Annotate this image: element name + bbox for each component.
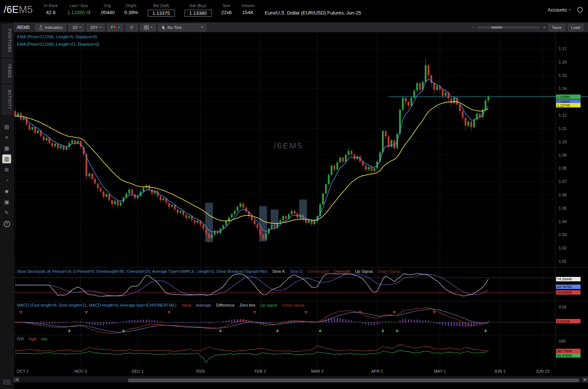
svg-text:1.10: 1.10 bbox=[559, 140, 566, 144]
products-icon[interactable]: ▣ bbox=[2, 197, 11, 206]
axis-plate: 1.12745 bbox=[556, 103, 581, 107]
symbol-title: /6EM5 bbox=[4, 2, 33, 17]
sidebar-tab-positions[interactable]: POSITIONS bbox=[2, 24, 12, 57]
stochastic-canvas[interactable]: 74.2544842.7975620.00000 bbox=[14, 268, 588, 301]
zoom-slider[interactable] bbox=[477, 26, 540, 29]
apps-icon[interactable]: ⊞ bbox=[2, 165, 11, 174]
ask-button[interactable]: 1.13380 bbox=[185, 10, 212, 17]
price-chart-canvas[interactable]: /6EM51.171.161.151.141.131.121.111.101.0… bbox=[14, 33, 588, 267]
calendar-icon[interactable]: ▦ bbox=[2, 144, 11, 153]
grid-layer bbox=[15, 268, 555, 301]
ivr-panel: 10058.7760856.97608 IVR high low bbox=[14, 335, 588, 367]
grid-layer bbox=[15, 301, 555, 335]
down-signal-arrow bbox=[305, 311, 308, 314]
scrollbar-thumb[interactable] bbox=[128, 379, 579, 382]
ask-field: Ask (Buy) 1.13380 bbox=[185, 2, 212, 17]
zoom-slider-handle[interactable] bbox=[491, 26, 502, 29]
chg-field: Chg .00440 bbox=[100, 2, 115, 15]
axis-plate: 42.79756 bbox=[556, 285, 581, 289]
zoom-in-button[interactable]: + bbox=[543, 24, 546, 30]
up-signal-arrow bbox=[276, 329, 279, 332]
axis-plate: 20.00000 bbox=[556, 290, 581, 295]
app-root: /6EM5 IV Rank 42.8 Last / Size 1.13380 /… bbox=[0, 0, 588, 389]
svg-text:1.15: 1.15 bbox=[559, 73, 566, 78]
chg-value: .00440 bbox=[100, 10, 115, 15]
svg-text:1.09: 1.09 bbox=[559, 153, 566, 157]
monitor-icon[interactable]: ▤ bbox=[2, 122, 11, 131]
social-icon[interactable]: ☻ bbox=[2, 187, 11, 196]
chart-area: /6EM51.171.161.151.141.131.121.111.101.0… bbox=[14, 33, 588, 389]
svg-text:1.13380: 1.13380 bbox=[557, 95, 570, 99]
scrollbar-track[interactable] bbox=[20, 377, 581, 382]
svg-text:58.77608: 58.77608 bbox=[557, 349, 572, 353]
range-dropdown[interactable]: 20Y ▾ bbox=[87, 24, 104, 31]
svg-text:1.07: 1.07 bbox=[559, 179, 566, 184]
flask-icon bbox=[39, 25, 43, 30]
time-axis[interactable]: OCT 1NOV 3DEC 12025FEB 2MAR 2APR 1MAY 1J… bbox=[14, 367, 588, 376]
ivr-canvas[interactable]: 10058.7760856.97608 bbox=[14, 335, 588, 367]
chart-h-scrollbar[interactable]: ◀ ▶ bbox=[14, 376, 588, 383]
svg-text:0.02: 0.02 bbox=[559, 305, 566, 309]
scroll-left-icon[interactable]: ◀ bbox=[14, 377, 20, 382]
price-grid bbox=[14, 49, 555, 261]
iv-rank-label: IV Rank bbox=[44, 3, 58, 8]
help-icon[interactable]: ? bbox=[4, 221, 10, 227]
sidebar-collapse-button[interactable] bbox=[3, 380, 10, 385]
accounts-dropdown[interactable]: Accounts ▾ bbox=[548, 2, 583, 13]
up-signal-arrow bbox=[219, 329, 222, 332]
bid-button[interactable]: 1.13375 bbox=[148, 10, 175, 17]
down-signal-arrow bbox=[85, 311, 88, 314]
chart-type-dropdown[interactable]: ▾ bbox=[107, 24, 123, 31]
axis-plate: 56.97608 bbox=[556, 353, 581, 357]
svg-text:74.25448: 74.25448 bbox=[557, 277, 572, 281]
left-sidebar: POSITIONS TRADE ACTIVITY ▤ ≡ ▦ ▥ ⊞ ◔ ☻ ▣… bbox=[0, 22, 14, 389]
indicators-label: Indicators bbox=[45, 25, 63, 30]
notes-icon[interactable]: ✎ bbox=[2, 208, 11, 217]
chart-toolbar: /6EM5 Indicators 1D ▾ 20Y ▾ ▾ ▾ No Tool bbox=[14, 22, 588, 33]
zoom-out-button[interactable]: − bbox=[471, 24, 474, 30]
svg-text:1.05: 1.05 bbox=[559, 206, 566, 210]
timeframe-dropdown[interactable]: 1D ▾ bbox=[69, 24, 84, 31]
svg-text:100: 100 bbox=[559, 339, 565, 343]
sidebar-tab-activity[interactable]: ACTIVITY bbox=[2, 85, 12, 114]
up-signal-arrow bbox=[122, 329, 125, 332]
bid-label: Bid (Sell) bbox=[153, 3, 169, 8]
ivr-high-line bbox=[15, 345, 488, 352]
quote-header: /6EM5 IV Rank 42.8 Last / Size 1.13380 /… bbox=[0, 0, 588, 22]
x-axis-label: JUN 23 bbox=[536, 369, 549, 373]
charts-icon[interactable]: ▥ bbox=[2, 154, 11, 163]
svg-text:0.00136: 0.00136 bbox=[557, 319, 570, 323]
chart-settings-button[interactable] bbox=[126, 24, 137, 31]
chg-pct-value: 0.39% bbox=[124, 10, 138, 15]
ema-fast-line bbox=[15, 79, 488, 232]
chg-pct-label: Chg% bbox=[126, 3, 137, 8]
axis-plate: 1.13380 bbox=[556, 95, 581, 99]
support-icon[interactable] bbox=[577, 7, 583, 13]
grid-layout-dropdown[interactable]: ▾ bbox=[140, 24, 156, 31]
zoom-control: − + bbox=[471, 24, 546, 30]
svg-text:1.11: 1.11 bbox=[559, 126, 566, 131]
down-signal-arrow bbox=[168, 311, 170, 314]
svg-text:1.04: 1.04 bbox=[559, 219, 566, 224]
chevron-down-icon: ▾ bbox=[569, 8, 571, 12]
watchlist-icon[interactable]: ≡ bbox=[2, 133, 11, 142]
save-button[interactable]: Save bbox=[549, 24, 565, 31]
indicators-button[interactable]: Indicators bbox=[36, 24, 66, 31]
chart-symbol-label[interactable]: /6EM5 bbox=[17, 25, 30, 30]
drawing-tool-dropdown[interactable]: No Tool ▾ bbox=[159, 24, 206, 31]
x-axis-label: APR 1 bbox=[371, 369, 383, 373]
slow-d-line bbox=[15, 274, 488, 296]
up-signal-arrow bbox=[396, 329, 399, 332]
range-label: 20Y bbox=[90, 25, 98, 30]
x-axis-label: OCT 1 bbox=[17, 369, 29, 373]
down-signal-arrow bbox=[393, 311, 396, 314]
accounts-label: Accounts bbox=[548, 7, 567, 13]
history-icon[interactable]: ◔ bbox=[2, 176, 11, 185]
sidebar-tab-trade[interactable]: TRADE bbox=[2, 59, 12, 83]
size-field: Size 22x6 bbox=[221, 2, 232, 15]
drawing-tool-label: No Tool bbox=[168, 25, 181, 30]
scroll-right-icon[interactable]: ▶ bbox=[582, 377, 588, 382]
svg-text:1.12745: 1.12745 bbox=[557, 103, 570, 107]
load-button[interactable]: Load bbox=[568, 24, 584, 31]
macd-canvas[interactable]: 0.020.00136 bbox=[14, 301, 588, 335]
